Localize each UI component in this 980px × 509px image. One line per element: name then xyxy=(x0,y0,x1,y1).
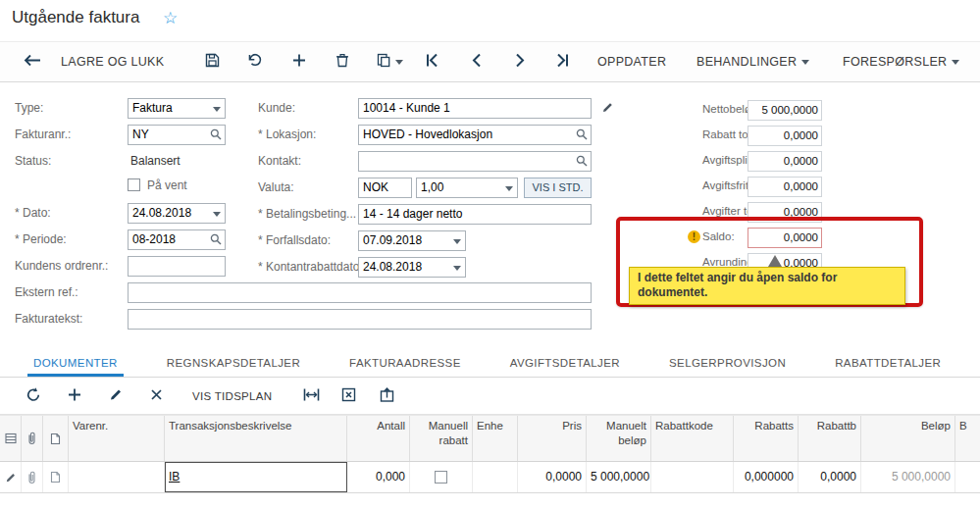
customer-label: Kunde: xyxy=(258,98,295,119)
taxable-base-value: 0,0000 xyxy=(748,151,822,172)
customer-order-no-field[interactable] xyxy=(128,256,226,277)
invoice-text-field[interactable] xyxy=(128,309,592,330)
customer-value: 10014 - Kunde 1 xyxy=(363,99,450,118)
file-upload-icon xyxy=(380,386,394,405)
contact-field[interactable] xyxy=(358,151,592,172)
cash-discount-date-field[interactable]: 24.08.2018 xyxy=(358,257,466,278)
tab-selgerprovisjon[interactable]: SELGERPROVISJON xyxy=(663,349,792,377)
header-amount[interactable]: Beløp xyxy=(861,416,955,461)
view-in-base-button[interactable]: VIS I STD. xyxy=(524,178,592,198)
view-schedule-button[interactable]: VIS TIDSPLAN xyxy=(188,388,276,404)
delete-button[interactable] xyxy=(332,51,353,73)
invoice-no-field[interactable]: NY xyxy=(128,125,226,145)
edit-row-button[interactable] xyxy=(105,385,127,406)
import-file-button[interactable] xyxy=(376,384,398,407)
cell-discount-rate[interactable]: 0,000000 xyxy=(734,462,799,492)
period-field[interactable]: 08-2018 xyxy=(128,229,226,250)
header-price[interactable]: Pris xyxy=(518,416,587,461)
add-button[interactable] xyxy=(288,52,310,73)
net-amount-value: 5 000,0000 xyxy=(748,100,822,121)
go-last-button[interactable] xyxy=(552,52,573,73)
header-manual-amount[interactable]: Manuelt beløp xyxy=(587,416,651,461)
external-ref-field[interactable] xyxy=(128,282,592,303)
header-quantity[interactable]: Antall xyxy=(347,416,410,461)
delete-row-button[interactable] xyxy=(146,386,167,406)
date-value: 24.08.2018 xyxy=(132,204,191,223)
save-and-close-button[interactable]: LAGRE OG LUKK xyxy=(57,53,168,71)
undo-button[interactable] xyxy=(243,52,266,73)
update-label: OPPDATER xyxy=(597,55,666,69)
fit-width-button[interactable] xyxy=(299,385,324,406)
grid-row[interactable]: IB 0,000 0,0000 5 000,0000 0,000000 0,00… xyxy=(0,462,980,493)
chevron-down-icon xyxy=(395,60,403,65)
customer-field[interactable]: 10014 - Kunde 1 xyxy=(358,98,592,119)
favorite-star-icon[interactable]: ☆ xyxy=(157,7,183,29)
due-date-field[interactable]: 07.09.2018 xyxy=(358,230,466,251)
row-note-icon[interactable] xyxy=(43,462,69,492)
chevron-last-icon xyxy=(556,54,569,71)
inquiries-menu-button[interactable]: FORESPØRSLER xyxy=(839,53,963,71)
go-prev-button[interactable] xyxy=(468,52,486,73)
currency-rate-field[interactable]: 1,00 xyxy=(416,178,518,198)
header-item-no[interactable]: Varenr. xyxy=(69,416,165,461)
cell-description[interactable]: IB xyxy=(165,462,347,492)
cell-amount[interactable]: 5 000,0000 xyxy=(861,462,955,492)
currency-code-field[interactable]: NOK xyxy=(358,178,412,198)
add-row-button[interactable] xyxy=(64,385,85,406)
grid-settings-icon[interactable] xyxy=(0,416,22,461)
type-label: Type: xyxy=(15,98,43,119)
type-field[interactable]: Faktura xyxy=(128,98,226,119)
go-next-button[interactable] xyxy=(511,52,529,73)
trash-icon xyxy=(335,53,349,71)
location-field[interactable]: HOVED - Hovedlokasjon xyxy=(358,125,592,145)
location-value: HOVED - Hovedlokasjon xyxy=(363,126,492,144)
cell-manual-discount[interactable] xyxy=(410,462,473,492)
cell-quantity[interactable]: 0,000 xyxy=(347,462,410,492)
on-hold-checkbox[interactable] xyxy=(128,178,140,191)
contact-label: Kontakt: xyxy=(258,151,301,172)
manual-discount-checkbox[interactable] xyxy=(435,471,447,484)
payment-terms-value: 14 - 14 dager netto xyxy=(363,205,462,224)
header-clipped[interactable]: B xyxy=(955,416,969,461)
invoice-no-value: NY xyxy=(132,126,149,144)
type-value: Faktura xyxy=(132,99,173,118)
header-discount-code[interactable]: Rabattkode xyxy=(651,416,734,461)
search-icon xyxy=(576,155,588,167)
export-excel-button[interactable] xyxy=(337,385,360,407)
tab-fakturaadresse[interactable]: FAKTURAADRESSE xyxy=(343,349,467,377)
location-label: * Lokasjon: xyxy=(258,125,316,145)
tab-regnskapsdetaljer[interactable]: REGNSKAPSDETALJER xyxy=(161,349,306,377)
header-unit[interactable]: Enhe xyxy=(473,416,518,461)
cell-unit[interactable] xyxy=(473,462,518,492)
refresh-button[interactable] xyxy=(22,384,45,407)
go-first-button[interactable] xyxy=(422,52,442,73)
tab-dokumenter[interactable]: DOKUMENTER xyxy=(27,349,124,377)
processes-menu-button[interactable]: BEHANDLINGER xyxy=(693,53,813,71)
pencil-icon xyxy=(601,102,614,117)
edit-customer-button[interactable] xyxy=(601,101,614,114)
header-discount-amount[interactable]: Rabattb xyxy=(799,416,861,461)
chevron-first-icon xyxy=(426,54,438,71)
back-button[interactable] xyxy=(20,53,45,72)
cell-manual-amount[interactable]: 5 000,0000 xyxy=(587,462,651,492)
header-manual-discount[interactable]: Manuell rabatt xyxy=(410,416,473,461)
tooltip-text: I dette feltet angir du åpen saldo for d… xyxy=(638,271,837,299)
cell-discount-amount[interactable]: 0,0000 xyxy=(799,462,861,492)
cell-item-no[interactable] xyxy=(69,462,165,492)
update-button[interactable]: OPPDATER xyxy=(593,53,670,71)
copy-paste-button[interactable] xyxy=(373,51,407,73)
tab-avgiftsdetaljer[interactable]: AVGIFTSDETALJER xyxy=(504,349,626,377)
tab-rabattdetaljer[interactable]: RABATTDETALJER xyxy=(829,349,947,377)
save-button[interactable] xyxy=(201,51,224,73)
total-row-exempt: Avgiftsfritt gr.lag: 0,0000 xyxy=(702,177,822,198)
currency-code-value: NOK xyxy=(363,178,388,197)
header-discount-rate[interactable]: Rabatts xyxy=(734,416,799,461)
cell-description-text: IB xyxy=(169,470,180,484)
row-attachment-icon[interactable] xyxy=(22,462,43,492)
cell-price[interactable]: 0,0000 xyxy=(518,462,587,492)
payment-terms-field[interactable]: 14 - 14 dager netto xyxy=(358,204,592,225)
balance-tooltip: I dette feltet angir du åpen saldo for d… xyxy=(629,267,905,305)
header-description[interactable]: Transaksjonsbeskrivelse xyxy=(165,416,347,461)
date-field[interactable]: 24.08.2018 xyxy=(128,203,226,224)
cell-discount-code[interactable] xyxy=(651,462,734,492)
